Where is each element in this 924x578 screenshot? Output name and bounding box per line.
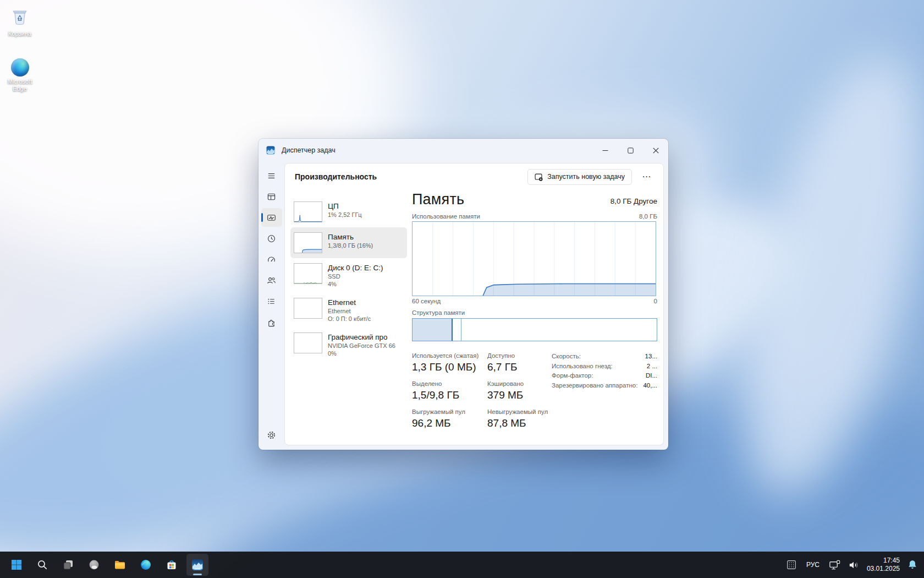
startup-apps-icon: [267, 255, 276, 264]
task-manager-logo-icon: [266, 146, 275, 155]
run-new-task-icon: [535, 173, 543, 181]
stat-in-use: Используется (сжатая)1,3 ГБ (0 МБ): [412, 352, 487, 373]
nav-menu-button[interactable]: [261, 166, 282, 185]
nav-rail: [258, 162, 284, 450]
clock-date: 03.01.2025: [867, 565, 900, 573]
task-view-icon: [62, 558, 75, 571]
edge-icon: [139, 558, 152, 571]
run-new-task-label: Запустить новую задачу: [547, 173, 625, 181]
window-title: Диспетчер задач: [282, 146, 336, 154]
maximize-button[interactable]: [618, 139, 643, 162]
cpu-mini-chart: [294, 201, 322, 222]
bell-icon: [906, 559, 919, 571]
copilot-button[interactable]: [83, 554, 105, 576]
clock-time: 17:45: [867, 557, 900, 565]
task-manager-icon: [191, 558, 204, 571]
start-button[interactable]: [6, 554, 28, 576]
ethernet-mini-chart: [294, 298, 322, 319]
volume-button[interactable]: [848, 559, 860, 571]
run-new-task-button[interactable]: Запустить новую задачу: [527, 169, 632, 185]
detail-hardware-reserved: Зарезервировано аппаратно:40,...: [552, 382, 657, 389]
task-manager-button[interactable]: [186, 554, 208, 576]
memory-usage-label: Использование памяти: [412, 213, 480, 220]
users-icon: [267, 276, 276, 285]
page-title: Производительность: [295, 172, 377, 181]
nav-users-button[interactable]: [261, 271, 282, 290]
metric-item-memory[interactable]: Память 1,3/8,0 ГБ (16%): [290, 227, 407, 258]
metric-item-gpu[interactable]: Графический про NVIDIA GeForce GTX 66 0%: [290, 328, 407, 362]
minimize-button[interactable]: [592, 139, 618, 162]
performance-metric-list: ЦП 1% 2,52 ГГц Память 1,3/8,0 ГБ (16%): [290, 197, 407, 362]
file-explorer-button[interactable]: [109, 554, 131, 576]
task-view-button[interactable]: [57, 554, 79, 576]
start-icon: [10, 558, 23, 571]
search-button[interactable]: [31, 554, 53, 576]
chart-time-zero: 0: [654, 298, 657, 304]
nav-performance-button[interactable]: [261, 208, 282, 227]
memory-hardware-details: Скорость:13... Использовано гнезд:2 ... …: [552, 352, 657, 429]
stat-committed: Выделено1,5/9,8 ГБ: [412, 380, 487, 401]
nav-processes-button[interactable]: [261, 187, 282, 206]
taskbar: РУС 17:45 03.01.2025: [0, 552, 924, 578]
memory-composition-bar: [412, 318, 657, 341]
store-icon: [165, 558, 178, 571]
chart-time-span: 60 секунд: [412, 298, 441, 304]
nav-startup-apps-button[interactable]: [261, 250, 282, 269]
services-icon: [267, 318, 276, 327]
memory-mini-chart: [294, 232, 322, 253]
close-icon: [653, 148, 659, 154]
clock[interactable]: 17:45 03.01.2025: [867, 557, 900, 573]
app-history-icon: [267, 234, 276, 243]
desktop-icon-microsoft-edge[interactable]: Microsoft Edge: [0, 58, 40, 92]
language-indicator[interactable]: РУС: [804, 560, 822, 570]
grid-icon: [785, 559, 798, 571]
detail-form-factor: Форм-фактор:DI...: [552, 372, 657, 379]
more-options-button[interactable]: …: [636, 169, 657, 184]
detail-slots-used: Использовано гнезд:2 ...: [552, 363, 657, 370]
nav-details-button[interactable]: [261, 292, 282, 310]
edge-button[interactable]: [135, 554, 157, 576]
desktop-icon-label: Microsoft Edge: [0, 78, 40, 92]
nav-services-button[interactable]: [261, 313, 282, 331]
memory-panel: Память 8,0 ГБ Другое Использование памят…: [412, 191, 657, 429]
desktop-icon-label: Корзина: [8, 30, 31, 37]
performance-icon: [267, 213, 276, 222]
content-card: Производительность Запустить новую задач…: [284, 163, 664, 445]
chart-scale-max: 8,0 ГБ: [639, 213, 657, 220]
memory-total-capacity: 8,0 ГБ Другое: [610, 197, 657, 208]
tray-grid-button[interactable]: [785, 559, 798, 571]
network-button[interactable]: [828, 559, 841, 571]
processes-icon: [267, 192, 276, 201]
stat-paged-pool: Выгружаемый пул96,2 МБ: [412, 408, 487, 429]
recycle-bin-icon: [10, 7, 29, 29]
metric-item-ethernet[interactable]: Ethernet Ethernet О: 0 П: 0 кбит/с: [290, 293, 407, 328]
desktop-icon-recycle-bin[interactable]: Корзина: [0, 7, 40, 37]
store-button[interactable]: [161, 554, 183, 576]
stat-cached: Кэшировано379 МБ: [487, 380, 548, 401]
metric-item-disk[interactable]: Диск 0 (D: E: C:) SSD 4%: [290, 258, 407, 293]
settings-button[interactable]: [261, 426, 282, 444]
minimize-icon: [602, 148, 608, 154]
detail-speed: Скорость:13...: [552, 353, 657, 360]
settings-gear-icon: [267, 430, 276, 440]
nav-app-history-button[interactable]: [261, 229, 282, 248]
task-manager-window: Диспетчер задач: [258, 139, 668, 450]
copilot-icon: [87, 558, 101, 571]
menu-icon: [267, 171, 276, 181]
memory-title: Память: [412, 191, 464, 208]
close-button[interactable]: [643, 139, 668, 162]
window-titlebar[interactable]: Диспетчер задач: [258, 139, 668, 162]
notifications-button[interactable]: [906, 559, 919, 571]
composition-segment-free: [461, 319, 657, 341]
gpu-mini-chart: [294, 332, 322, 353]
memory-usage-chart: [412, 221, 656, 296]
file-explorer-icon: [113, 558, 127, 571]
composition-segment-modified: [453, 319, 461, 341]
speaker-icon: [848, 559, 860, 571]
memory-stats: Используется (сжатая)1,3 ГБ (0 МБ) Досту…: [412, 352, 545, 429]
search-icon: [36, 558, 49, 571]
stat-available: Доступно6,7 ГБ: [487, 352, 548, 373]
memory-composition-label: Структура памяти: [412, 309, 657, 316]
metric-item-cpu[interactable]: ЦП 1% 2,52 ГГц: [290, 197, 407, 227]
disk-mini-chart: [294, 263, 322, 284]
